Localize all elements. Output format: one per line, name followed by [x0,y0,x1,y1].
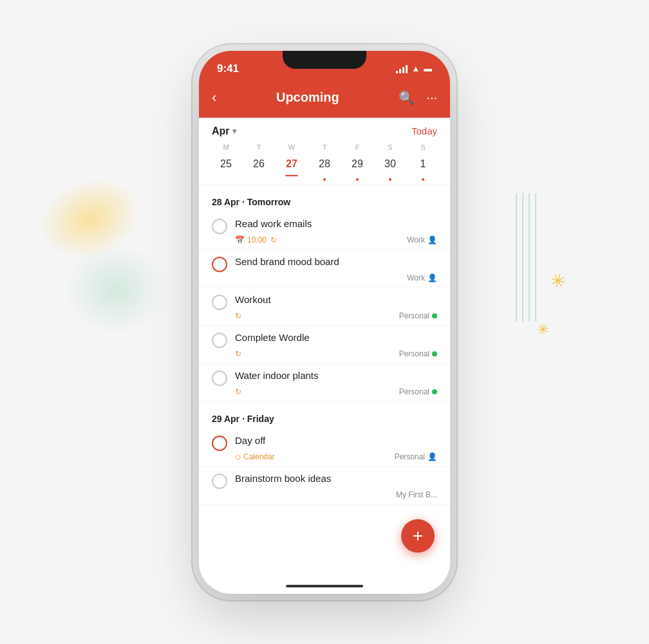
day-number: 27 [281,154,302,174]
task-text-area: Complete Wordle [235,331,437,344]
task-tag-area: My First B... [396,490,437,499]
tag-person-icon: 👤 [428,452,437,461]
back-button[interactable]: ‹ [212,89,216,106]
task-main-row: Send brand mood board [212,255,437,272]
bg-yellow-decoration [28,165,151,272]
task-checkbox[interactable] [212,257,227,272]
month-selector[interactable]: Apr ▾ [212,125,236,137]
day-col-30[interactable]: S30 [376,143,404,181]
day-label: W [288,143,295,151]
task-meta-row: 📅 10:00↻Work👤 [212,235,437,244]
bg-star2-decoration: ✳ [536,321,550,340]
task-text-area: Day off [235,434,437,447]
task-checkbox[interactable] [212,219,227,234]
task-item[interactable]: Brainstorm book ideasMy First B... [199,467,450,505]
signal-icon [396,64,408,73]
task-title: Read work emails [235,217,437,230]
task-meta-row: My First B... [212,490,437,499]
battery-icon: ▬ [424,64,432,73]
task-checkbox[interactable] [212,371,227,386]
search-button[interactable]: 🔍 [399,90,415,106]
task-item[interactable]: Send brand mood boardWork👤 [199,250,450,288]
task-checkbox[interactable] [212,295,227,310]
task-tag-area: Personal [399,387,437,396]
task-main-row: Read work emails [212,217,437,234]
day-col-28[interactable]: T28 [310,143,339,181]
phone-frame: 9:41 ▲ ▬ ‹ Upcoming 🔍 ··· Apr [199,51,450,594]
task-checkbox[interactable] [212,333,227,348]
more-button[interactable]: ··· [426,90,437,105]
page-title: Upcoming [276,90,339,105]
month-dropdown-icon: ▾ [232,127,236,136]
task-tag-label: Personal [395,452,425,461]
task-calendar-label: ◇ Calendar [235,452,275,461]
task-tag-label: Personal [399,349,429,358]
status-icons: ▲ ▬ [396,64,432,73]
task-main-row: Day off [212,434,437,451]
task-title: Brainstorm book ideas [235,472,437,485]
bg-lines-decoration [516,193,536,322]
task-text-area: Water indoor plants [235,369,437,382]
day-number: 28 [314,154,335,174]
home-indicator [286,585,363,587]
task-title: Day off [235,434,437,447]
repeat-icon: ↻ [235,311,241,320]
task-checkbox[interactable] [212,474,227,489]
repeat-icon: ↻ [270,235,277,244]
bg-green-decoration [64,244,167,335]
task-meta-row: ↻Personal [212,349,437,358]
day-dot [356,178,359,181]
task-text-area: Workout [235,293,437,306]
day-col-25[interactable]: M25 [212,143,240,181]
day-dot [422,178,424,181]
day-label: F [355,143,360,151]
day-col-27[interactable]: W27 [277,143,306,181]
section-header-apr28: 28 Apr · Tomorrow [199,185,450,212]
repeat-icon: ↻ [235,349,241,358]
task-main-row: Workout [212,293,437,310]
calendar-icon: 📅 [235,235,245,244]
app-header: ‹ Upcoming 🔍 ··· [199,83,450,118]
day-label: S [388,143,392,151]
task-item[interactable]: Water indoor plants↻Personal [199,364,450,402]
day-col-29[interactable]: F29 [343,143,372,181]
task-meta-row: ◇ CalendarPersonal👤 [212,452,437,461]
add-task-button[interactable]: + [401,519,435,553]
day-number: 26 [249,154,269,174]
task-item[interactable]: Complete Wordle↻Personal [199,326,450,364]
task-item[interactable]: Workout↻Personal [199,288,450,326]
day-number: 1 [413,154,433,174]
calendar-strip: Apr ▾ Today M25T26W27T28F29S30S1 [199,118,450,185]
day-label: M [223,143,229,151]
day-number: 30 [380,154,400,174]
today-button[interactable]: Today [411,125,437,136]
tag-dot-icon [432,313,437,318]
day-label: T [257,143,261,151]
task-item[interactable]: Day off◇ CalendarPersonal👤 [199,429,450,467]
day-col-1[interactable]: S1 [409,143,437,181]
tag-dot-icon [432,389,437,394]
phone-content: Apr ▾ Today M25T26W27T28F29S30S1 28 Apr … [199,118,450,585]
bg-star1-decoration: ✳ [548,269,568,293]
task-item[interactable]: Read work emails📅 10:00↻Work👤 [199,212,450,250]
task-meta-row: ↻Personal [212,387,437,396]
day-number: 25 [216,154,236,174]
phone-notch [283,51,366,69]
tag-dot-icon [432,351,437,356]
day-col-26[interactable]: T26 [245,143,273,181]
day-label: S [420,143,425,151]
day-dot [389,178,391,181]
task-tag-label: My First B... [396,490,437,499]
task-checkbox[interactable] [212,436,227,451]
calendar-small-icon: ◇ [235,452,241,461]
task-text-area: Send brand mood board [235,255,437,268]
task-title: Complete Wordle [235,331,437,344]
task-main-row: Water indoor plants [212,369,437,386]
task-tag-label: Personal [399,311,429,320]
header-actions: 🔍 ··· [399,90,437,106]
task-tag-area: Personal [399,311,437,320]
task-text-area: Brainstorm book ideas [235,472,437,485]
day-number: 29 [347,154,368,174]
task-tag-area: Personal [399,349,437,358]
calendar-header: Apr ▾ Today [212,125,437,137]
